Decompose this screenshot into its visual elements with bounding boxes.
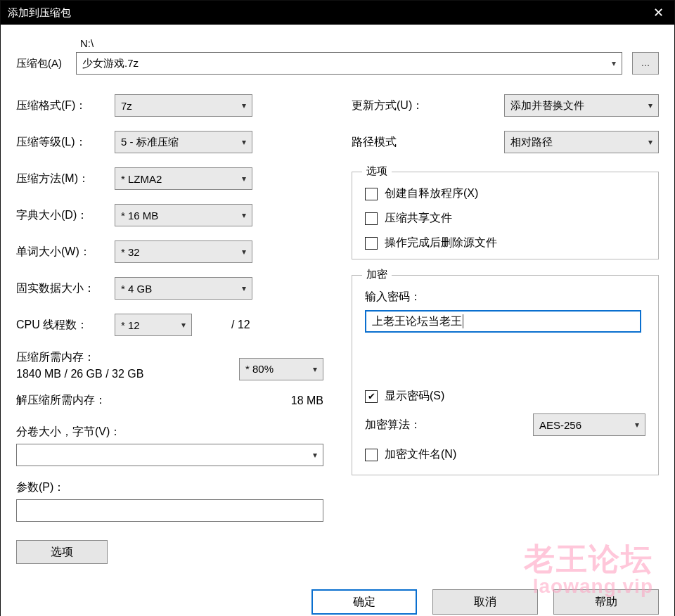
chevron-down-icon: ▾ bbox=[242, 137, 246, 147]
create-sfx-label: 创建自释放程序(X) bbox=[385, 186, 478, 201]
archive-path-prefix: N:\ bbox=[76, 37, 622, 49]
compress-mem-ratio-combo[interactable]: * 80% ▾ bbox=[239, 358, 323, 380]
decompress-mem-label: 解压缩所需内存： bbox=[16, 393, 106, 408]
encryption-fieldset: 加密 输入密码： 上老王论坛当老王 显示密码(S) 加密算法： AES-256 … bbox=[352, 275, 659, 475]
chevron-down-icon: ▾ bbox=[181, 320, 186, 330]
pathmode-label: 路径模式 bbox=[352, 135, 457, 150]
checkbox-delete-after[interactable] bbox=[365, 237, 378, 250]
help-button[interactable]: 帮助 bbox=[553, 589, 659, 615]
cancel-button[interactable]: 取消 bbox=[432, 589, 538, 615]
dict-label: 字典大小(D)： bbox=[16, 208, 115, 223]
password-input[interactable]: 上老王论坛当老王 bbox=[365, 310, 641, 333]
checkbox-encrypt-names[interactable] bbox=[365, 449, 378, 461]
word-combo[interactable]: * 32 ▾ bbox=[115, 240, 252, 263]
chevron-down-icon: ▾ bbox=[648, 101, 652, 110]
password-label: 输入密码： bbox=[365, 290, 645, 304]
method-label: 压缩方法(M)： bbox=[16, 172, 115, 186]
solid-label: 固实数据大小： bbox=[16, 281, 115, 296]
chevron-down-icon: ▾ bbox=[242, 210, 246, 220]
threads-total: / 12 bbox=[231, 319, 250, 331]
params-label: 参数(P)： bbox=[16, 480, 323, 495]
params-input[interactable] bbox=[16, 499, 323, 522]
encrypt-names-label: 加密文件名(N) bbox=[385, 447, 456, 462]
compress-mem-label: 压缩所需内存： bbox=[16, 350, 143, 365]
update-label: 更新方式(U)： bbox=[352, 98, 457, 113]
chevron-down-icon: ▾ bbox=[242, 101, 246, 110]
chevron-down-icon: ▾ bbox=[242, 247, 246, 257]
archive-label: 压缩包(A) bbox=[16, 57, 76, 75]
update-combo[interactable]: 添加并替换文件 ▾ bbox=[504, 94, 659, 117]
word-label: 单词大小(W)： bbox=[16, 245, 115, 259]
chevron-down-icon: ▾ bbox=[313, 450, 317, 460]
browse-button[interactable]: ... bbox=[632, 52, 659, 75]
chevron-down-icon: ▾ bbox=[612, 58, 616, 68]
show-password-label: 显示密码(S) bbox=[385, 389, 444, 404]
chevron-down-icon: ▾ bbox=[242, 174, 246, 184]
chevron-down-icon: ▾ bbox=[648, 137, 652, 147]
archive-name-combo[interactable]: 少女游戏.7z ▾ bbox=[76, 52, 622, 75]
format-label: 压缩格式(F)： bbox=[16, 98, 115, 113]
level-combo[interactable]: 5 - 标准压缩 ▾ bbox=[115, 131, 252, 153]
checkbox-create-sfx[interactable] bbox=[365, 188, 378, 200]
chevron-down-icon: ▾ bbox=[313, 364, 317, 374]
threads-label: CPU 线程数： bbox=[16, 318, 115, 333]
method-combo[interactable]: * LZMA2 ▾ bbox=[115, 167, 252, 190]
window-title: 添加到压缩包 bbox=[8, 6, 71, 20]
options-button[interactable]: 选项 bbox=[16, 540, 108, 564]
decompress-mem-value: 18 MB bbox=[291, 394, 323, 407]
dict-combo[interactable]: * 16 MB ▾ bbox=[115, 204, 252, 226]
checkbox-compress-shared[interactable] bbox=[365, 212, 378, 225]
level-label: 压缩等级(L)： bbox=[16, 135, 115, 150]
close-icon[interactable]: ✕ bbox=[642, 1, 674, 25]
volume-combo[interactable]: ▾ bbox=[16, 444, 323, 466]
threads-combo[interactable]: * 12 ▾ bbox=[115, 314, 192, 336]
compress-mem-value: 1840 MB / 26 GB / 32 GB bbox=[16, 368, 143, 380]
enc-method-label: 加密算法： bbox=[365, 418, 421, 432]
chevron-down-icon: ▾ bbox=[635, 420, 639, 430]
delete-after-label: 操作完成后删除源文件 bbox=[385, 236, 497, 250]
ok-button[interactable]: 确定 bbox=[311, 589, 417, 615]
encryption-legend: 加密 bbox=[362, 268, 392, 281]
chevron-down-icon: ▾ bbox=[242, 283, 246, 293]
pathmode-combo[interactable]: 相对路径 ▾ bbox=[504, 131, 659, 153]
volume-label: 分卷大小，字节(V)： bbox=[16, 425, 323, 439]
enc-method-combo[interactable]: AES-256 ▾ bbox=[533, 413, 645, 436]
archive-name-value: 少女游戏.7z bbox=[82, 57, 139, 70]
titlebar: 添加到压缩包 ✕ bbox=[1, 1, 674, 25]
options-legend: 选项 bbox=[362, 165, 392, 178]
solid-combo[interactable]: * 4 GB ▾ bbox=[115, 277, 252, 300]
format-combo[interactable]: 7z ▾ bbox=[115, 94, 252, 117]
compress-share-label: 压缩共享文件 bbox=[385, 211, 452, 226]
checkbox-show-password[interactable] bbox=[365, 390, 378, 403]
options-fieldset: 选项 创建自释放程序(X) 压缩共享文件 操作完成后删除源文件 bbox=[352, 172, 659, 259]
